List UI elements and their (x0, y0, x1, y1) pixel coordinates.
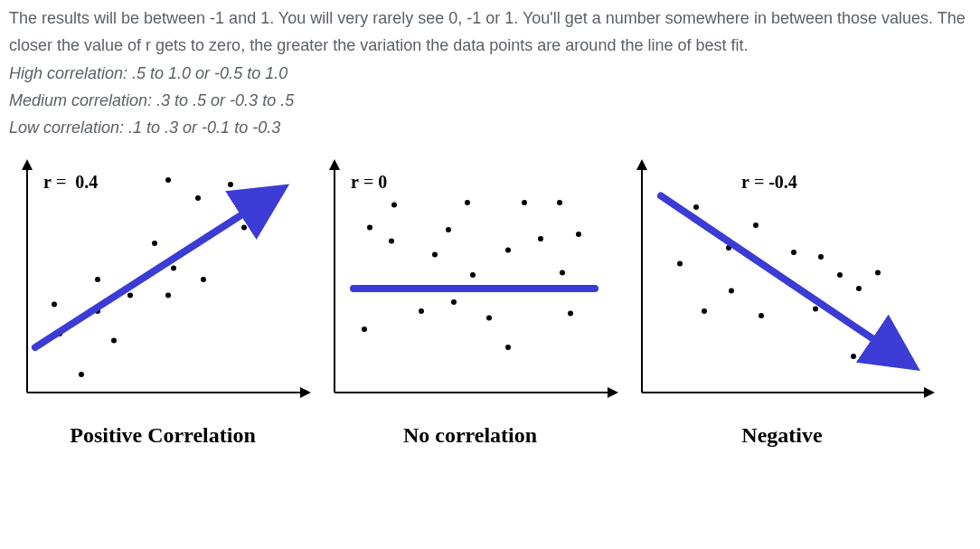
rule-medium: Medium correlation: .3 to .5 or -0.3 to … (9, 88, 971, 115)
chart-none: r = 0 No correlation (316, 157, 624, 448)
data-point (522, 200, 527, 205)
chart-caption-negative: Negative (624, 423, 940, 448)
data-point (557, 200, 562, 205)
chart-positive: r = 0.4 Positive Correlation (9, 157, 316, 448)
equals-sign: = (749, 172, 768, 192)
data-point (228, 182, 233, 187)
rule-high-range: : .5 to 1.0 or -0.5 to 1.0 (123, 64, 287, 82)
chart-row: r = 0.4 Positive Correlation r = 0 (9, 157, 971, 448)
data-point (813, 307, 818, 312)
rule-high: High correlation: .5 to 1.0 or -0.5 to 1… (9, 61, 971, 88)
data-points-none (362, 200, 581, 350)
data-point (851, 354, 856, 359)
rule-medium-label: Medium correlation (9, 91, 147, 109)
data-point (152, 241, 157, 246)
data-point (568, 311, 573, 317)
data-point (677, 261, 683, 267)
data-point (367, 225, 372, 231)
equals-sign: = (52, 172, 71, 192)
data-point (576, 232, 581, 237)
data-point (111, 338, 117, 344)
data-point (195, 195, 201, 201)
data-point (486, 316, 492, 321)
data-point (729, 289, 734, 294)
equals-sign: = (359, 172, 378, 192)
data-point (451, 299, 457, 305)
trend-arrow-negative (661, 196, 902, 359)
data-point (465, 200, 470, 205)
rule-low-range: : .1 to .3 or -0.1 to -0.3 (119, 118, 280, 137)
scatter-plot-positive (9, 157, 316, 420)
r-label-positive: r = 0.4 (43, 172, 98, 193)
data-point (362, 327, 367, 332)
data-point (560, 270, 565, 276)
data-point (856, 286, 862, 291)
data-point (505, 345, 511, 350)
data-point (201, 277, 206, 282)
data-point (702, 308, 707, 314)
data-point (79, 372, 84, 377)
scatter-plot-negative (624, 157, 940, 420)
r-value-negative: -0.4 (768, 172, 797, 192)
data-point (818, 254, 824, 260)
data-point (875, 270, 881, 276)
data-point (389, 239, 394, 244)
data-point (505, 248, 511, 253)
chart-caption-positive: Positive Correlation (9, 423, 316, 448)
r-symbol: r (43, 172, 52, 192)
rule-low-label: Low correlation (9, 118, 119, 137)
data-point (446, 227, 451, 232)
data-point (837, 272, 843, 278)
data-point (432, 252, 438, 258)
data-point (165, 177, 171, 183)
intro-paragraph: The results will be between -1 and 1. Yo… (9, 5, 971, 59)
data-point (419, 308, 424, 314)
data-point (391, 203, 397, 208)
r-label-negative: r = -0.4 (741, 172, 797, 193)
data-point (753, 222, 759, 228)
data-point (693, 204, 699, 210)
data-point (241, 225, 247, 231)
data-point (127, 293, 133, 298)
data-point (165, 293, 171, 298)
data-point (52, 302, 57, 308)
rule-medium-range: : .3 to .5 or -0.3 to .5 (147, 91, 294, 109)
data-point (95, 277, 100, 282)
r-symbol: r (741, 172, 749, 192)
rule-high-label: High correlation (9, 64, 123, 82)
data-point (470, 272, 476, 278)
data-point (538, 236, 543, 241)
rule-low: Low correlation: .1 to .3 or -0.1 to -0.… (9, 115, 971, 142)
chart-negative: r = -0.4 Negative (624, 157, 940, 448)
chart-caption-none: No correlation (316, 423, 624, 448)
data-point (171, 266, 176, 271)
r-symbol: r (351, 172, 359, 192)
trend-arrow-positive (35, 196, 271, 348)
scatter-plot-none (316, 157, 624, 420)
r-label-none: r = 0 (351, 172, 387, 193)
data-point (791, 250, 796, 255)
data-point (759, 313, 764, 318)
r-value-positive: 0.4 (75, 172, 98, 192)
r-value-none: 0 (378, 172, 387, 192)
